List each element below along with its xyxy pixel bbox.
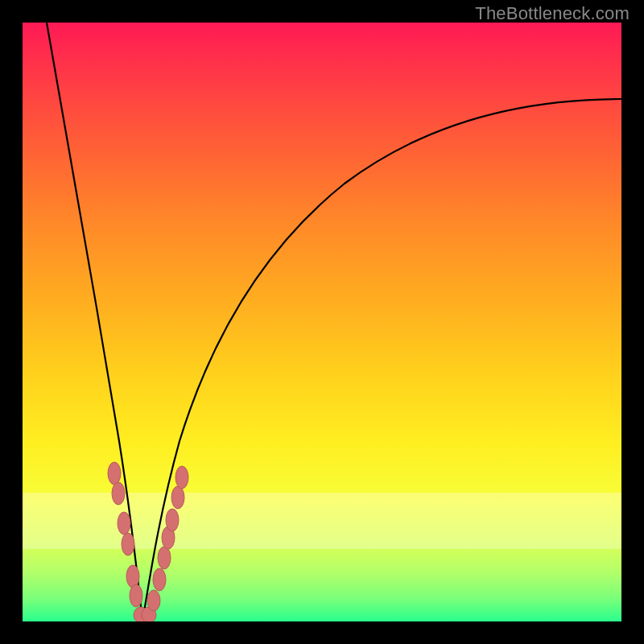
- plot-area: [23, 23, 621, 621]
- marker-icon: [175, 466, 188, 489]
- curve-markers: [108, 462, 188, 621]
- marker-icon: [147, 590, 160, 611]
- curves-layer: [23, 23, 621, 621]
- marker-icon: [118, 512, 130, 535]
- marker-icon: [130, 584, 142, 607]
- marker-icon: [112, 482, 125, 505]
- marker-icon: [122, 533, 134, 555]
- watermark-text: TheBottleneck.com: [475, 3, 630, 24]
- marker-icon: [166, 509, 179, 531]
- curve-right-branch: [142, 99, 621, 621]
- marker-icon: [158, 547, 171, 569]
- marker-icon: [171, 486, 184, 509]
- marker-icon: [108, 462, 121, 485]
- chart-frame: TheBottleneck.com: [0, 0, 644, 644]
- marker-icon: [153, 568, 166, 591]
